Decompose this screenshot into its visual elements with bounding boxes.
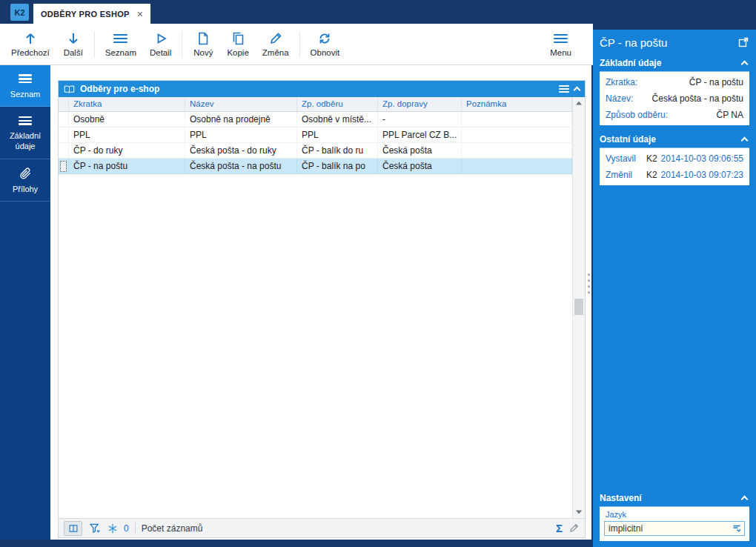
snowflake-icon[interactable]: [107, 523, 118, 534]
table-cell[interactable]: ČP - balík na po: [297, 159, 378, 174]
row-marker: [59, 159, 69, 174]
tab-odbery-pro-eshop[interactable]: ODBĚRY PRO ESHOP ×: [33, 4, 150, 24]
vertical-scrollbar[interactable]: [572, 97, 585, 518]
field-timestamp: 2014-10-03 09:07:23: [661, 170, 743, 180]
detail-panel-header: ČP - na poštu: [600, 30, 749, 55]
table-cell[interactable]: PPL: [297, 127, 378, 143]
field-value: ČP NA: [717, 110, 743, 120]
copy-button[interactable]: Kopie: [220, 28, 255, 60]
grid-menu-icon[interactable]: [559, 84, 569, 94]
section-collapse-icon[interactable]: [741, 60, 749, 67]
table-row[interactable]: ČP - do ruky Česká pošta - do ruky ČP - …: [59, 143, 572, 159]
table-cell[interactable]: PPL: [69, 127, 185, 143]
table-cell[interactable]: PPL Parcel CZ B...: [378, 127, 462, 143]
toolbar-separator: [299, 31, 300, 58]
menu-button[interactable]: Menu: [543, 28, 578, 60]
menu-icon: [554, 31, 568, 46]
previous-button[interactable]: Předchozí: [4, 28, 56, 60]
table-cell[interactable]: [462, 143, 572, 159]
section-header-nastaveni[interactable]: Nastavení: [600, 490, 749, 507]
table-cell[interactable]: PPL: [185, 127, 297, 143]
field-row-zpusob-odberu: Způsob odběru: ČP NA: [600, 107, 749, 123]
table-cell[interactable]: Osobně: [69, 112, 185, 127]
change-label: Změna: [262, 48, 289, 57]
grid-header-row: Zkratka Název Zp. odběru Zp. dopravy Poz…: [59, 97, 572, 112]
toolbar-separator: [94, 31, 95, 58]
refresh-label: Obnovit: [311, 48, 340, 57]
expand-panel-icon[interactable]: [737, 36, 749, 48]
scroll-up-button[interactable]: [573, 97, 585, 109]
column-header-zkratka[interactable]: Zkratka: [69, 97, 185, 112]
filter-icon[interactable]: [88, 522, 102, 534]
next-button[interactable]: Další: [56, 28, 90, 60]
sum-icon[interactable]: Σ: [556, 522, 563, 534]
table-cell[interactable]: Česká pošta - do ruky: [185, 143, 297, 159]
section-header-ostatni-udaje[interactable]: Ostatní údaje: [600, 131, 749, 148]
table-row[interactable]: PPL PPL PPL PPL Parcel CZ B...: [59, 127, 572, 143]
section-collapse-icon[interactable]: [741, 136, 749, 144]
field-user: K2: [646, 170, 657, 180]
table-cell[interactable]: [462, 159, 572, 174]
status-divider: [135, 523, 136, 534]
previous-label: Předchozí: [11, 48, 50, 57]
field-row-zmenil: Změnil K2 2014-10-03 09:07:23: [600, 167, 749, 183]
table-cell[interactable]: Česká pošta: [378, 143, 462, 159]
table-cell[interactable]: Osobně v místě...: [297, 112, 378, 127]
table-cell[interactable]: -: [378, 112, 462, 127]
panel-splitter-handle[interactable]: [586, 267, 591, 299]
play-icon: [153, 31, 168, 46]
table-cell[interactable]: Česká pošta - na poštu: [185, 159, 297, 174]
detail-panel-title: ČP - na poštu: [600, 36, 737, 49]
sidebar-item-seznam[interactable]: Seznam: [0, 65, 50, 107]
sidebar-item-label: Přílohy: [13, 185, 38, 195]
scrollbar-thumb[interactable]: [574, 299, 583, 315]
list-icon: [19, 73, 32, 85]
language-combobox[interactable]: implicitní: [604, 521, 745, 536]
collapse-icon[interactable]: [574, 86, 581, 93]
column-header-poznamka[interactable]: Poznámka: [462, 97, 572, 112]
table-cell[interactable]: ČP - na poštu: [69, 159, 185, 174]
app-logo: K2: [10, 4, 29, 21]
refresh-button[interactable]: Obnovit: [304, 28, 347, 60]
field-row-nazev: Název: Česká pošta - na poštu: [600, 90, 749, 107]
field-row-zkratka: Zkratka: ČP - na poštu: [600, 74, 749, 90]
column-header-nazev[interactable]: Název: [185, 97, 297, 112]
field-row-vystavil: Vystavil K2 2014-10-03 09:06:55: [600, 150, 749, 167]
new-button[interactable]: Nový: [186, 28, 220, 60]
records-grid-window: Odběry pro e-shop Zkratka Název Zp. odbě…: [58, 80, 586, 538]
field-value: Česká pošta - na poštu: [652, 93, 743, 104]
section-collapse-icon[interactable]: [741, 495, 749, 503]
toolbar-separator: [182, 31, 182, 58]
list-button[interactable]: Seznam: [99, 28, 143, 60]
table-cell[interactable]: [462, 127, 572, 143]
left-sidebar: Seznam Základní údaje Přílohy: [0, 65, 50, 540]
section-header-zakladni-udaje[interactable]: Základní údaje: [600, 55, 749, 72]
column-header-zp-odberu[interactable]: Zp. odběru: [297, 97, 378, 112]
table-cell[interactable]: ČP - balík do ru: [297, 143, 378, 159]
refresh-icon: [317, 31, 332, 46]
detail-button[interactable]: Detail: [143, 28, 178, 60]
field-label: Vystavil: [606, 153, 636, 164]
table-cell[interactable]: [462, 112, 572, 127]
column-header-zp-dopravy[interactable]: Zp. dopravy: [378, 97, 462, 112]
document-icon: [196, 31, 210, 46]
table-cell[interactable]: Osobně na prodejně: [185, 112, 297, 127]
next-label: Další: [64, 48, 83, 57]
detail-label: Detail: [150, 48, 171, 57]
sidebar-item-label: Základní údaje: [2, 131, 48, 152]
columns-view-toggle[interactable]: [64, 521, 82, 536]
combo-dropdown-icon[interactable]: [732, 523, 742, 534]
paperclip-icon: [19, 167, 32, 180]
row-marker: [59, 112, 69, 127]
table-row[interactable]: Osobně Osobně na prodejně Osobně v místě…: [59, 112, 572, 127]
scroll-down-button[interactable]: [573, 506, 585, 518]
table-cell[interactable]: ČP - do ruky: [69, 143, 185, 159]
change-button[interactable]: Změna: [256, 28, 296, 60]
table-cell[interactable]: Česká pošta: [378, 159, 462, 174]
table-row[interactable]: ČP - na poštu Česká pošta - na poštu ČP …: [59, 159, 572, 174]
edit-pencil-icon[interactable]: [568, 523, 580, 534]
sidebar-item-zakladni-udaje[interactable]: Základní údaje: [0, 107, 50, 159]
sidebar-item-prilohy[interactable]: Přílohy: [0, 159, 50, 202]
field-label: Název:: [606, 93, 633, 104]
tab-close-icon[interactable]: ×: [137, 9, 143, 19]
